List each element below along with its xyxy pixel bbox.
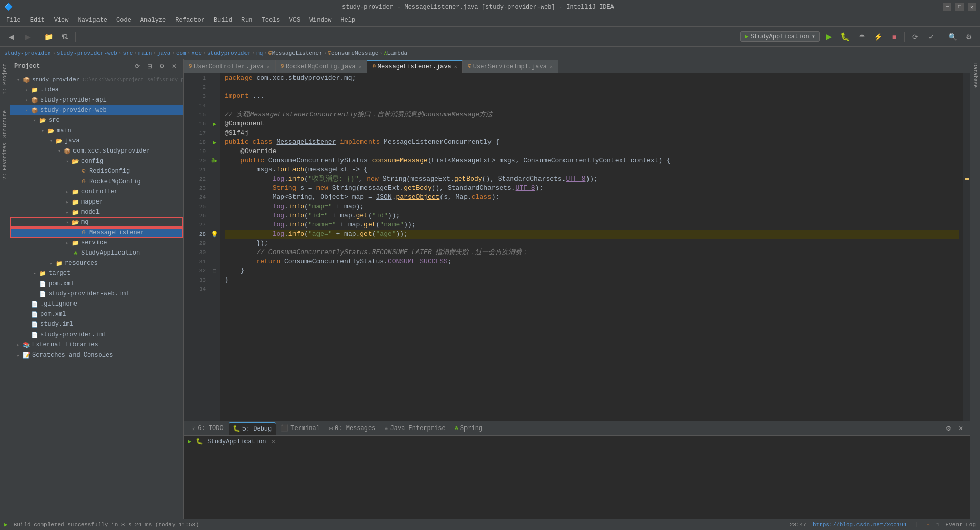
profile-button[interactable]: ⚡ <box>871 30 885 44</box>
tree-item-pom-xml[interactable]: ▸ 📄 pom.xml <box>10 309 183 319</box>
bc-xcc[interactable]: xcc <box>191 50 202 56</box>
bc-com[interactable]: com <box>176 50 186 56</box>
bottom-tab-debug[interactable]: 🐛 5: Debug <box>229 422 276 435</box>
menu-analyze[interactable]: Analyze <box>136 16 170 25</box>
sidebar-icon-structure[interactable]: Structure <box>1 108 9 140</box>
tree-item-rocketmqconfig[interactable]: ▸ © RocketMqConfig <box>10 176 183 187</box>
tab-usercontroller[interactable]: © UserController.java ✕ <box>184 60 276 73</box>
tree-area[interactable]: ▾ 📦 study-provider C:\sckj\work\project-… <box>10 73 183 519</box>
tree-item-config[interactable]: ▾ 📂 config <box>10 156 183 166</box>
tab-rocketmqconfig[interactable]: © RocketMqConfig.java ✕ <box>276 60 368 73</box>
tab-close-usi[interactable]: ✕ <box>550 64 553 70</box>
menu-edit[interactable]: Edit <box>26 16 49 25</box>
maximize-button[interactable]: □ <box>955 3 964 11</box>
tree-item-studyapplication[interactable]: ▸ ☘ StudyApplication <box>10 248 183 258</box>
bc-study-provider-web[interactable]: study-provider-web <box>57 50 117 56</box>
bottom-tab-todo[interactable]: ☑ 6: TODO <box>188 422 228 435</box>
bottom-tab-javaenterprise[interactable]: ☕ Java Enterprise <box>380 422 449 435</box>
menu-refactor[interactable]: Refactor <box>171 16 209 25</box>
menu-navigate[interactable]: Navigate <box>74 16 111 25</box>
run-button[interactable]: ▶ <box>822 30 836 44</box>
structure-button[interactable]: 🏗 <box>58 30 72 44</box>
tree-item-mapper[interactable]: ▸ 📁 mapper <box>10 197 183 207</box>
sidebar-icon-favorites[interactable]: 2: Favorites <box>1 141 9 182</box>
event-log-icon: ⚠ <box>926 521 930 528</box>
tree-item-model[interactable]: ▸ 📁 model <box>10 207 183 217</box>
tree-item-study-iml[interactable]: ▸ 📄 study.iml <box>10 319 183 330</box>
bc-lambda[interactable]: Lambda <box>387 50 408 56</box>
menu-run[interactable]: Run <box>237 16 257 25</box>
panel-collapse-button[interactable]: ⊟ <box>144 61 155 71</box>
vcs-update-button[interactable]: ⟳ <box>908 30 922 44</box>
vcs-commit-button[interactable]: ✓ <box>924 30 939 44</box>
tree-item-web-iml[interactable]: ▸ 📄 study-provider-web.iml <box>10 289 183 299</box>
bottom-tab-spring[interactable]: ☘ Spring <box>451 422 486 435</box>
tree-item-web[interactable]: ▾ 📦 study-provider-web <box>10 105 183 115</box>
database-panel-icon[interactable]: Database <box>971 59 979 92</box>
bc-consumemessage[interactable]: consumeMessage <box>331 50 378 56</box>
menu-code[interactable]: Code <box>112 16 135 25</box>
tree-item-pkg[interactable]: ▾ 📦 com.xcc.studyprovider <box>10 146 183 156</box>
tree-item-provider-iml[interactable]: ▸ 📄 study-provider.iml <box>10 330 183 340</box>
bc-mq[interactable]: mq <box>256 50 263 56</box>
tree-item-target[interactable]: ▸ 📁 target <box>10 268 183 279</box>
menu-view[interactable]: View <box>50 16 73 25</box>
debug-button[interactable]: 🐛 <box>838 30 852 44</box>
settings-button[interactable]: ⚙ <box>962 30 976 44</box>
minimize-button[interactable]: ─ <box>943 3 951 11</box>
run-config-selector[interactable]: ▶ StudyApplication ▾ <box>740 31 820 42</box>
close-button[interactable]: ✕ <box>968 3 976 11</box>
tree-item-api[interactable]: ▸ 📦 study-provider-api <box>10 95 183 105</box>
panel-sync-button[interactable]: ⟳ <box>132 61 142 71</box>
right-scrollbar-gutter[interactable] <box>963 73 970 421</box>
bottom-close-button[interactable]: ✕ <box>955 423 966 434</box>
tab-messagelistener[interactable]: © MessageListener.java ✕ <box>368 60 463 73</box>
tree-item-scratches[interactable]: ▸ 📝 Scratches and Consoles <box>10 350 183 360</box>
code-content[interactable]: package com.xcc.studyprovider.mq; import… <box>220 73 963 421</box>
stop-button[interactable]: ■ <box>887 30 901 44</box>
tree-item-java[interactable]: ▾ 📂 java <box>10 136 183 146</box>
tree-item-idea[interactable]: ▸ 📁 .idea <box>10 85 183 95</box>
forward-button[interactable]: ▶ <box>20 30 35 44</box>
tree-item-main[interactable]: ▾ 📂 main <box>10 125 183 136</box>
tree-item-messagelistener[interactable]: ▸ © MessageListener <box>10 228 183 238</box>
tree-item-redisconfig[interactable]: ▸ © RedisConfig <box>10 166 183 176</box>
debug-session-close[interactable]: ✕ <box>271 438 275 445</box>
bc-java[interactable]: java <box>157 50 170 56</box>
bottom-tab-messages[interactable]: ✉ 0: Messages <box>325 422 379 435</box>
tab-userserviceimpl[interactable]: © UserServiceImpl.java ✕ <box>463 60 558 73</box>
bottom-settings-button[interactable]: ⚙ <box>943 423 953 434</box>
tree-item-src[interactable]: ▾ 📂 src <box>10 115 183 125</box>
tree-item-study-provider[interactable]: ▾ 📦 study-provider C:\sckj\work\project-… <box>10 74 183 85</box>
tree-item-mq[interactable]: ▾ 📂 mq <box>10 217 183 228</box>
panel-close-button[interactable]: ✕ <box>169 61 179 71</box>
tab-close-rmq[interactable]: ✕ <box>359 64 362 70</box>
back-button[interactable]: ◀ <box>4 30 18 44</box>
event-log-label[interactable]: Event Log <box>946 522 976 528</box>
menu-vcs[interactable]: VCS <box>285 16 305 25</box>
tree-item-resources[interactable]: ▸ 📁 resources <box>10 258 183 268</box>
tree-item-service[interactable]: ▸ 📁 service <box>10 238 183 248</box>
menu-window[interactable]: Window <box>305 16 335 25</box>
bc-messagelistener[interactable]: MessageListener <box>272 50 323 56</box>
tree-item-pom-xml-web[interactable]: ▸ 📄 pom.xml <box>10 279 183 289</box>
bottom-tab-terminal[interactable]: ⬛ Terminal <box>277 422 324 435</box>
menu-file[interactable]: File <box>2 16 25 25</box>
bc-studyprovider[interactable]: studyprovider <box>207 50 251 56</box>
tree-item-gitignore[interactable]: ▸ 📄 .gitignore <box>10 299 183 309</box>
project-view-button[interactable]: 📁 <box>41 30 56 44</box>
coverage-button[interactable]: ☂ <box>854 30 869 44</box>
bc-src[interactable]: src <box>122 50 133 56</box>
bc-study-provider[interactable]: study-provider <box>4 50 51 56</box>
menu-build[interactable]: Build <box>210 16 236 25</box>
tree-item-controller[interactable]: ▸ 📁 controller <box>10 187 183 197</box>
search-everywhere-button[interactable]: 🔍 <box>945 30 960 44</box>
bc-main[interactable]: main <box>138 50 152 56</box>
sidebar-icon-1[interactable]: 1: Project <box>1 61 9 96</box>
panel-settings-button[interactable]: ⚙ <box>157 61 167 71</box>
menu-tools[interactable]: Tools <box>258 16 284 25</box>
tab-close-uc[interactable]: ✕ <box>267 64 270 70</box>
menu-help[interactable]: Help <box>336 16 359 25</box>
tree-item-external-libs[interactable]: ▸ 📚 External Libraries <box>10 340 183 350</box>
tab-close-ml[interactable]: ✕ <box>454 64 457 70</box>
